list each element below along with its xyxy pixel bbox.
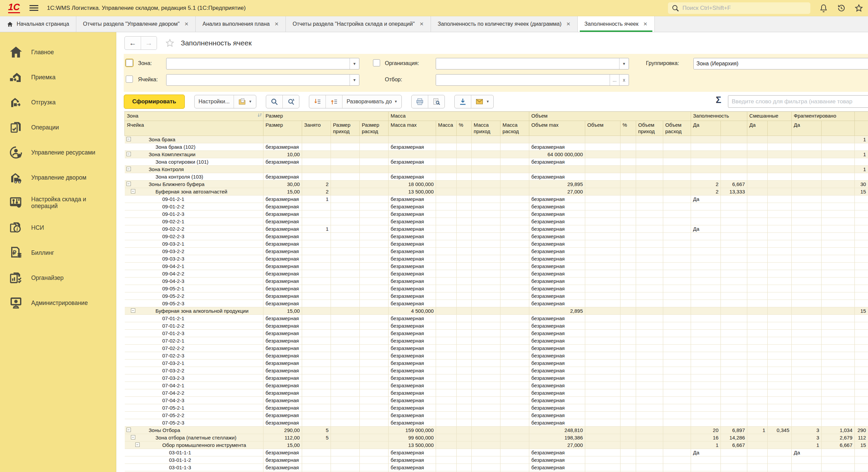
data-cell[interactable]: 1 bbox=[302, 225, 331, 233]
print-preview-button[interactable] bbox=[428, 95, 445, 108]
data-cell[interactable] bbox=[721, 285, 747, 292]
data-cell[interactable] bbox=[360, 285, 389, 292]
data-cell[interactable] bbox=[500, 292, 529, 300]
data-cell[interactable] bbox=[360, 173, 389, 181]
data-cell[interactable] bbox=[302, 210, 331, 218]
data-cell[interactable] bbox=[747, 240, 768, 248]
data-cell[interactable]: 4 500,000 bbox=[389, 307, 436, 315]
data-cell[interactable] bbox=[331, 210, 360, 218]
data-cell[interactable]: безразмерная bbox=[529, 449, 585, 456]
data-cell[interactable] bbox=[721, 419, 747, 427]
data-cell[interactable] bbox=[331, 173, 360, 181]
data-cell[interactable] bbox=[792, 360, 822, 367]
data-cell[interactable] bbox=[302, 263, 331, 270]
data-cell[interactable]: безразмерная bbox=[529, 322, 585, 330]
data-cell[interactable] bbox=[436, 151, 457, 158]
data-cell[interactable] bbox=[691, 412, 721, 419]
data-cell[interactable] bbox=[855, 263, 868, 270]
data-cell[interactable]: безразмерная bbox=[529, 389, 585, 397]
data-cell[interactable]: безразмерная bbox=[529, 173, 585, 181]
data-cell[interactable]: 2 bbox=[302, 188, 331, 196]
cell-name-cell[interactable]: 09-02-2-2 bbox=[125, 225, 263, 233]
table-row[interactable]: Зона сортировки (101)безразмернаябезразм… bbox=[125, 158, 868, 166]
data-cell[interactable] bbox=[822, 151, 855, 158]
data-cell[interactable]: безразмерная bbox=[389, 233, 436, 240]
data-cell[interactable] bbox=[331, 419, 360, 427]
data-cell[interactable] bbox=[457, 412, 472, 419]
data-cell[interactable] bbox=[472, 278, 500, 285]
data-cell[interactable]: безразмерная bbox=[389, 196, 436, 203]
data-cell[interactable] bbox=[747, 382, 768, 389]
data-cell[interactable] bbox=[620, 412, 636, 419]
data-cell[interactable] bbox=[663, 456, 691, 464]
data-cell[interactable]: безразмерная bbox=[529, 300, 585, 307]
data-cell[interactable] bbox=[472, 233, 500, 240]
data-cell[interactable] bbox=[472, 248, 500, 255]
cell-name-cell[interactable]: 03-01-1-2 bbox=[125, 456, 263, 464]
data-cell[interactable] bbox=[636, 203, 663, 210]
data-cell[interactable] bbox=[768, 419, 792, 427]
data-cell[interactable] bbox=[721, 449, 747, 456]
find-next-button[interactable] bbox=[282, 95, 299, 108]
data-cell[interactable] bbox=[636, 143, 663, 151]
data-cell[interactable] bbox=[472, 300, 500, 307]
data-cell[interactable] bbox=[620, 188, 636, 196]
data-cell[interactable]: 20 bbox=[691, 427, 721, 434]
data-cell[interactable] bbox=[747, 263, 768, 270]
data-cell[interactable] bbox=[472, 143, 500, 151]
zone-group-cell[interactable]: −Зона Комплектации bbox=[125, 151, 263, 158]
data-cell[interactable] bbox=[585, 188, 620, 196]
data-cell[interactable] bbox=[585, 300, 620, 307]
data-cell[interactable] bbox=[585, 166, 620, 173]
data-cell[interactable] bbox=[457, 352, 472, 360]
close-icon[interactable]: ✕ bbox=[419, 21, 424, 27]
data-cell[interactable] bbox=[331, 225, 360, 233]
cell-name-cell[interactable]: 07-05-2-3 bbox=[125, 419, 263, 427]
data-cell[interactable] bbox=[360, 181, 389, 188]
data-cell[interactable]: 16 bbox=[691, 434, 721, 442]
column-header[interactable]: Да bbox=[691, 121, 721, 136]
data-cell[interactable] bbox=[500, 173, 529, 181]
data-cell[interactable] bbox=[472, 196, 500, 203]
data-cell[interactable] bbox=[747, 442, 768, 449]
data-cell[interactable] bbox=[792, 270, 822, 278]
cell-name-cell[interactable]: 09-05-2-2 bbox=[125, 292, 263, 300]
tab-zapolnennost-yacheek[interactable]: Заполненность ячеек✕ bbox=[578, 16, 655, 32]
data-cell[interactable] bbox=[457, 315, 472, 322]
data-cell[interactable]: 64 000 000,000 bbox=[529, 151, 585, 158]
back-button[interactable]: ← bbox=[125, 37, 141, 49]
data-cell[interactable] bbox=[663, 412, 691, 419]
data-cell[interactable]: 290 bbox=[855, 427, 868, 434]
table-row[interactable]: 09-03-2-1безразмернаябезразмернаябезразм… bbox=[125, 240, 868, 248]
data-cell[interactable] bbox=[721, 136, 747, 143]
data-cell[interactable] bbox=[855, 285, 868, 292]
data-cell[interactable] bbox=[768, 292, 792, 300]
data-cell[interactable] bbox=[636, 173, 663, 181]
data-cell[interactable] bbox=[691, 248, 721, 255]
data-cell[interactable] bbox=[500, 136, 529, 143]
data-cell[interactable] bbox=[822, 278, 855, 285]
tree-collapse-icon[interactable]: − bbox=[126, 137, 131, 141]
data-cell[interactable] bbox=[747, 322, 768, 330]
data-cell[interactable] bbox=[263, 166, 302, 173]
data-cell[interactable]: 27,000 bbox=[529, 188, 585, 196]
data-cell[interactable] bbox=[500, 367, 529, 374]
data-cell[interactable] bbox=[855, 196, 868, 203]
data-cell[interactable] bbox=[457, 419, 472, 427]
data-cell[interactable]: безразмерная bbox=[263, 374, 302, 382]
data-cell[interactable] bbox=[302, 412, 331, 419]
data-cell[interactable] bbox=[792, 352, 822, 360]
table-row[interactable]: 09-04-2-2безразмернаябезразмернаябезразм… bbox=[125, 270, 868, 278]
data-cell[interactable] bbox=[768, 300, 792, 307]
column-header[interactable] bbox=[768, 121, 792, 136]
data-cell[interactable] bbox=[585, 389, 620, 397]
data-cell[interactable]: безразмерная bbox=[389, 292, 436, 300]
data-cell[interactable] bbox=[302, 292, 331, 300]
data-cell[interactable] bbox=[822, 315, 855, 322]
data-cell[interactable]: безразмерная bbox=[263, 285, 302, 292]
data-cell[interactable] bbox=[620, 307, 636, 315]
data-cell[interactable] bbox=[457, 263, 472, 270]
data-cell[interactable] bbox=[500, 307, 529, 315]
data-cell[interactable] bbox=[747, 300, 768, 307]
column-group-header[interactable]: Размер bbox=[263, 112, 389, 121]
